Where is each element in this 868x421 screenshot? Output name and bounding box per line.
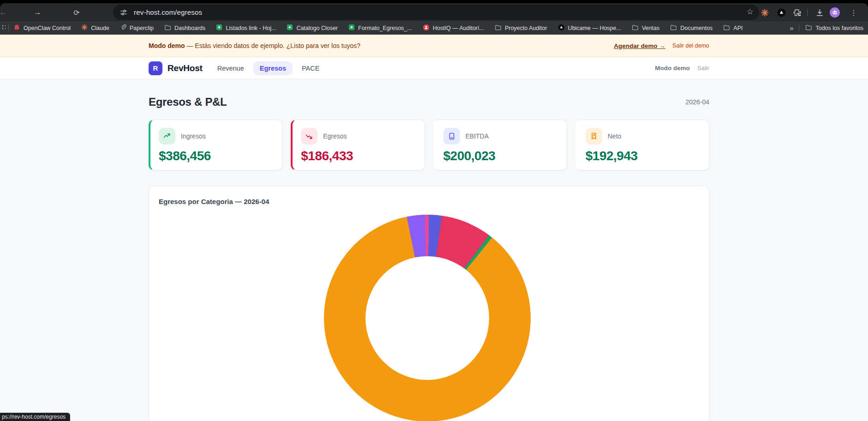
period-label: 2026-04	[686, 98, 709, 106]
bookmark-icon	[586, 128, 602, 144]
kpi-card-ingresos: Ingresos $386,456	[149, 120, 282, 170]
bookmark-dashboards[interactable]: Dashboards	[164, 24, 205, 32]
demo-banner-text: Modo demo — Estás viendo datos de ejempl…	[149, 42, 360, 49]
kpi-value: $186,433	[301, 149, 416, 163]
dark-circle-extension-icon[interactable]	[775, 6, 788, 19]
bookmark-star-icon[interactable]: ☆	[747, 7, 754, 17]
trending-down-icon	[301, 128, 317, 144]
folder-icon	[723, 24, 730, 32]
folder-icon	[495, 24, 502, 32]
folder-icon	[805, 24, 812, 32]
all-favorites-folder[interactable]: Todos los favoritos	[805, 24, 863, 32]
browser-menu-icon[interactable]: ⋮	[847, 6, 860, 19]
screen: ← → ⟳ rev-host.com/egresos ☆	[0, 0, 868, 421]
kpi-label: Neto	[608, 132, 622, 140]
starburst-icon	[81, 24, 88, 32]
kpi-label: Egresos	[323, 132, 347, 140]
salir-link[interactable]: Salir	[697, 65, 709, 72]
bookmark-label: Documentos	[680, 25, 712, 31]
bookmark-proyecto-auditor[interactable]: Proyecto Auditor	[495, 24, 547, 32]
bookmarks-separator	[799, 24, 799, 31]
bookmark-formato-egresos[interactable]: Formato_Egresos_...	[348, 24, 412, 32]
kpi-label: Ingresos	[181, 132, 206, 140]
toolbar-separator	[807, 9, 808, 16]
bookmarks-bar: OpenClaw Control Claude Paperclip Dashbo…	[0, 21, 868, 35]
chart-title: Egresos por Categoria — 2026-04	[159, 198, 269, 205]
bookmark-label: Ventas	[642, 25, 659, 31]
browser-toolbar: ← → ⟳ rev-host.com/egresos ☆	[0, 3, 868, 21]
apps-grid-icon[interactable]	[1, 24, 6, 32]
kpi-value: $386,456	[159, 149, 274, 163]
tab-revenue[interactable]: Revenue	[211, 61, 251, 75]
sheets-icon	[287, 24, 293, 32]
donut-chart[interactable]	[324, 215, 531, 421]
url-bar[interactable]: rev-host.com/egresos ☆	[113, 5, 759, 20]
extensions-puzzle-icon[interactable]	[791, 6, 804, 19]
bookmark-label: OpenClaw Control	[24, 25, 71, 31]
device-icon	[443, 128, 460, 144]
folder-icon	[164, 24, 171, 32]
demo-banner-message: — Estás viendo datos de ejemplo. ¿Listo …	[186, 42, 360, 49]
downloads-icon[interactable]	[813, 6, 826, 19]
kpi-card-egresos: Egresos $186,433	[291, 120, 425, 170]
page-title: Egresos & P&L	[149, 96, 227, 108]
kpi-cards: Ingresos $386,456 Egresos $186,433	[149, 120, 709, 170]
bookmark-listados-link[interactable]: Listados link - Hoj...	[216, 24, 276, 32]
kpi-card-neto: Neto $192,943	[575, 120, 709, 170]
exit-demo-link[interactable]: Salir del demo	[672, 42, 709, 49]
bookmark-openclaw-control[interactable]: OpenClaw Control	[13, 24, 71, 32]
main-content: Egresos & P&L 2026-04 Ingresos $386,456	[0, 79, 868, 421]
bookmark-label: Proyecto Auditor	[505, 25, 547, 31]
all-favorites-label: Todos los favoritos	[815, 25, 863, 31]
brand-name[interactable]: RevHost	[168, 63, 203, 73]
main-nav: Revenue Egresos PACE	[211, 61, 326, 75]
demo-banner: Modo demo — Estás viendo datos de ejempl…	[0, 35, 868, 57]
bookmark-paperclip[interactable]: Paperclip	[120, 24, 154, 32]
bookmark-documentos[interactable]: Documentos	[670, 24, 712, 32]
folder-icon	[670, 24, 677, 32]
sheets-icon	[216, 24, 222, 32]
red-circle-icon	[423, 24, 430, 32]
bookmark-ubicame[interactable]: Ubicame — Hospe...	[558, 24, 621, 32]
revhost-logo[interactable]: R	[149, 61, 162, 75]
bookmark-label: Catalogo Closer	[296, 25, 338, 31]
bookmark-claude[interactable]: Claude	[81, 24, 109, 32]
url-text[interactable]: rev-host.com/egresos	[134, 8, 202, 16]
mode-demo-label: Modo demo	[655, 65, 690, 72]
demo-banner-bold: Modo demo	[149, 42, 185, 49]
bookmarks-overflow-chevron[interactable]: »	[790, 24, 793, 32]
bookmark-catalogo-closer[interactable]: Catalogo Closer	[287, 24, 338, 32]
tab-egresos[interactable]: Egresos	[253, 61, 293, 75]
claude-extension-icon[interactable]	[758, 6, 771, 19]
bookmark-label: API	[733, 25, 742, 31]
bookmark-label: Claude	[91, 25, 109, 31]
egresos-chart-card: Egresos por Categoria — 2026-04	[149, 186, 709, 421]
bookmark-label: Formato_Egresos_...	[358, 25, 412, 31]
bookmark-ventas[interactable]: Ventas	[632, 24, 659, 32]
bookmarks-list: OpenClaw Control Claude Paperclip Dashbo…	[13, 24, 743, 32]
trending-up-icon	[159, 128, 175, 144]
tab-pace[interactable]: PACE	[295, 61, 326, 75]
bookmark-hostiq[interactable]: HostIQ — Auditorí...	[423, 24, 484, 32]
ghost-icon	[13, 24, 20, 32]
kpi-label: EBITDA	[466, 132, 489, 140]
kpi-value: $192,943	[586, 149, 700, 163]
site-settings-icon[interactable]	[120, 8, 128, 17]
back-button[interactable]: ←	[0, 6, 9, 18]
bookmarks-separator	[8, 24, 9, 31]
bookmark-label: Dashboards	[174, 25, 205, 31]
bookmark-label: HostIQ — Auditorí...	[433, 25, 484, 31]
kpi-value: $200,023	[443, 149, 558, 163]
bookmark-api[interactable]: API	[723, 24, 742, 32]
donut-hole	[365, 256, 489, 380]
schedule-demo-link[interactable]: Agendar demo →	[614, 42, 665, 49]
bookmark-label: Ubicame — Hospe...	[568, 25, 621, 31]
profile-avatar[interactable]	[828, 6, 841, 19]
sheets-icon	[348, 24, 355, 32]
kpi-card-ebitda: EBITDA $200,023	[433, 120, 567, 170]
bookmark-label: Listados link - Hoj...	[226, 25, 276, 31]
reload-button[interactable]: ⟳	[71, 6, 83, 18]
paperclip-icon	[120, 24, 126, 32]
forward-button[interactable]: →	[31, 6, 43, 18]
dark-circle-triangle-icon	[558, 24, 565, 32]
